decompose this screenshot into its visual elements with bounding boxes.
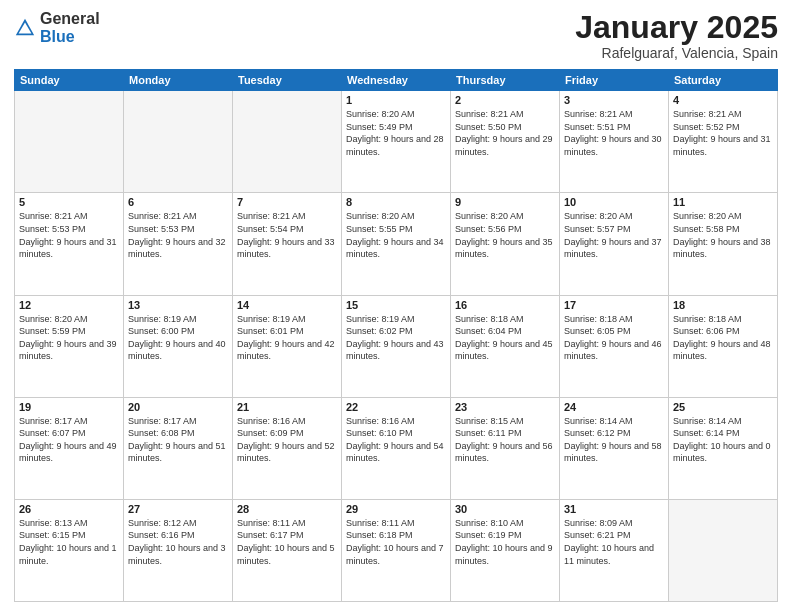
- cell-w2-d0: 5Sunrise: 8:21 AM Sunset: 5:53 PM Daylig…: [15, 193, 124, 295]
- month-title: January 2025: [575, 10, 778, 45]
- cell-w2-d6: 11Sunrise: 8:20 AM Sunset: 5:58 PM Dayli…: [669, 193, 778, 295]
- cell-w1-d0: [15, 91, 124, 193]
- page: General Blue January 2025 Rafelguaraf, V…: [0, 0, 792, 612]
- header-saturday: Saturday: [669, 70, 778, 91]
- cell-w3-d5: 17Sunrise: 8:18 AM Sunset: 6:05 PM Dayli…: [560, 295, 669, 397]
- day-info-4: Sunrise: 8:21 AM Sunset: 5:52 PM Dayligh…: [673, 108, 773, 158]
- header: General Blue January 2025 Rafelguaraf, V…: [14, 10, 778, 61]
- day-number-30: 30: [455, 503, 555, 515]
- day-number-3: 3: [564, 94, 664, 106]
- cell-w4-d6: 25Sunrise: 8:14 AM Sunset: 6:14 PM Dayli…: [669, 397, 778, 499]
- day-info-29: Sunrise: 8:11 AM Sunset: 6:18 PM Dayligh…: [346, 517, 446, 567]
- cell-w4-d0: 19Sunrise: 8:17 AM Sunset: 6:07 PM Dayli…: [15, 397, 124, 499]
- week-row-3: 12Sunrise: 8:20 AM Sunset: 5:59 PM Dayli…: [15, 295, 778, 397]
- logo-general-text: General: [40, 10, 100, 28]
- day-info-31: Sunrise: 8:09 AM Sunset: 6:21 PM Dayligh…: [564, 517, 664, 567]
- day-info-18: Sunrise: 8:18 AM Sunset: 6:06 PM Dayligh…: [673, 313, 773, 363]
- cell-w2-d2: 7Sunrise: 8:21 AM Sunset: 5:54 PM Daylig…: [233, 193, 342, 295]
- logo-icon: [14, 17, 36, 39]
- cell-w2-d3: 8Sunrise: 8:20 AM Sunset: 5:55 PM Daylig…: [342, 193, 451, 295]
- day-info-24: Sunrise: 8:14 AM Sunset: 6:12 PM Dayligh…: [564, 415, 664, 465]
- week-row-4: 19Sunrise: 8:17 AM Sunset: 6:07 PM Dayli…: [15, 397, 778, 499]
- day-info-3: Sunrise: 8:21 AM Sunset: 5:51 PM Dayligh…: [564, 108, 664, 158]
- title-block: January 2025 Rafelguaraf, Valencia, Spai…: [575, 10, 778, 61]
- week-row-5: 26Sunrise: 8:13 AM Sunset: 6:15 PM Dayli…: [15, 499, 778, 601]
- cell-w1-d1: [124, 91, 233, 193]
- day-number-13: 13: [128, 299, 228, 311]
- header-friday: Friday: [560, 70, 669, 91]
- cell-w2-d5: 10Sunrise: 8:20 AM Sunset: 5:57 PM Dayli…: [560, 193, 669, 295]
- day-info-12: Sunrise: 8:20 AM Sunset: 5:59 PM Dayligh…: [19, 313, 119, 363]
- day-number-11: 11: [673, 196, 773, 208]
- cell-w5-d3: 29Sunrise: 8:11 AM Sunset: 6:18 PM Dayli…: [342, 499, 451, 601]
- cell-w1-d4: 2Sunrise: 8:21 AM Sunset: 5:50 PM Daylig…: [451, 91, 560, 193]
- week-row-2: 5Sunrise: 8:21 AM Sunset: 5:53 PM Daylig…: [15, 193, 778, 295]
- header-tuesday: Tuesday: [233, 70, 342, 91]
- cell-w3-d1: 13Sunrise: 8:19 AM Sunset: 6:00 PM Dayli…: [124, 295, 233, 397]
- day-info-27: Sunrise: 8:12 AM Sunset: 6:16 PM Dayligh…: [128, 517, 228, 567]
- cell-w2-d4: 9Sunrise: 8:20 AM Sunset: 5:56 PM Daylig…: [451, 193, 560, 295]
- location-subtitle: Rafelguaraf, Valencia, Spain: [575, 45, 778, 61]
- day-info-25: Sunrise: 8:14 AM Sunset: 6:14 PM Dayligh…: [673, 415, 773, 465]
- day-number-18: 18: [673, 299, 773, 311]
- header-monday: Monday: [124, 70, 233, 91]
- day-info-7: Sunrise: 8:21 AM Sunset: 5:54 PM Dayligh…: [237, 210, 337, 260]
- logo-text: General Blue: [40, 10, 100, 45]
- cell-w2-d1: 6Sunrise: 8:21 AM Sunset: 5:53 PM Daylig…: [124, 193, 233, 295]
- day-info-20: Sunrise: 8:17 AM Sunset: 6:08 PM Dayligh…: [128, 415, 228, 465]
- day-info-11: Sunrise: 8:20 AM Sunset: 5:58 PM Dayligh…: [673, 210, 773, 260]
- day-info-1: Sunrise: 8:20 AM Sunset: 5:49 PM Dayligh…: [346, 108, 446, 158]
- day-info-21: Sunrise: 8:16 AM Sunset: 6:09 PM Dayligh…: [237, 415, 337, 465]
- cell-w4-d2: 21Sunrise: 8:16 AM Sunset: 6:09 PM Dayli…: [233, 397, 342, 499]
- day-number-5: 5: [19, 196, 119, 208]
- cell-w1-d6: 4Sunrise: 8:21 AM Sunset: 5:52 PM Daylig…: [669, 91, 778, 193]
- day-number-12: 12: [19, 299, 119, 311]
- day-number-15: 15: [346, 299, 446, 311]
- cell-w1-d2: [233, 91, 342, 193]
- cell-w5-d1: 27Sunrise: 8:12 AM Sunset: 6:16 PM Dayli…: [124, 499, 233, 601]
- day-number-24: 24: [564, 401, 664, 413]
- cell-w5-d4: 30Sunrise: 8:10 AM Sunset: 6:19 PM Dayli…: [451, 499, 560, 601]
- day-number-2: 2: [455, 94, 555, 106]
- header-sunday: Sunday: [15, 70, 124, 91]
- day-info-13: Sunrise: 8:19 AM Sunset: 6:00 PM Dayligh…: [128, 313, 228, 363]
- day-info-16: Sunrise: 8:18 AM Sunset: 6:04 PM Dayligh…: [455, 313, 555, 363]
- cell-w4-d5: 24Sunrise: 8:14 AM Sunset: 6:12 PM Dayli…: [560, 397, 669, 499]
- day-number-26: 26: [19, 503, 119, 515]
- day-info-17: Sunrise: 8:18 AM Sunset: 6:05 PM Dayligh…: [564, 313, 664, 363]
- day-number-23: 23: [455, 401, 555, 413]
- day-number-10: 10: [564, 196, 664, 208]
- cell-w3-d0: 12Sunrise: 8:20 AM Sunset: 5:59 PM Dayli…: [15, 295, 124, 397]
- day-number-28: 28: [237, 503, 337, 515]
- day-info-2: Sunrise: 8:21 AM Sunset: 5:50 PM Dayligh…: [455, 108, 555, 158]
- logo-blue-text: Blue: [40, 28, 100, 46]
- week-row-1: 1Sunrise: 8:20 AM Sunset: 5:49 PM Daylig…: [15, 91, 778, 193]
- cell-w3-d2: 14Sunrise: 8:19 AM Sunset: 6:01 PM Dayli…: [233, 295, 342, 397]
- cell-w4-d3: 22Sunrise: 8:16 AM Sunset: 6:10 PM Dayli…: [342, 397, 451, 499]
- calendar: Sunday Monday Tuesday Wednesday Thursday…: [14, 69, 778, 602]
- day-number-20: 20: [128, 401, 228, 413]
- day-info-30: Sunrise: 8:10 AM Sunset: 6:19 PM Dayligh…: [455, 517, 555, 567]
- day-number-22: 22: [346, 401, 446, 413]
- cell-w1-d5: 3Sunrise: 8:21 AM Sunset: 5:51 PM Daylig…: [560, 91, 669, 193]
- header-thursday: Thursday: [451, 70, 560, 91]
- day-number-19: 19: [19, 401, 119, 413]
- cell-w5-d6: [669, 499, 778, 601]
- day-number-4: 4: [673, 94, 773, 106]
- day-info-10: Sunrise: 8:20 AM Sunset: 5:57 PM Dayligh…: [564, 210, 664, 260]
- day-info-28: Sunrise: 8:11 AM Sunset: 6:17 PM Dayligh…: [237, 517, 337, 567]
- day-info-6: Sunrise: 8:21 AM Sunset: 5:53 PM Dayligh…: [128, 210, 228, 260]
- cell-w3-d3: 15Sunrise: 8:19 AM Sunset: 6:02 PM Dayli…: [342, 295, 451, 397]
- cell-w3-d4: 16Sunrise: 8:18 AM Sunset: 6:04 PM Dayli…: [451, 295, 560, 397]
- day-info-15: Sunrise: 8:19 AM Sunset: 6:02 PM Dayligh…: [346, 313, 446, 363]
- day-number-7: 7: [237, 196, 337, 208]
- day-number-6: 6: [128, 196, 228, 208]
- cell-w3-d6: 18Sunrise: 8:18 AM Sunset: 6:06 PM Dayli…: [669, 295, 778, 397]
- day-number-17: 17: [564, 299, 664, 311]
- day-number-9: 9: [455, 196, 555, 208]
- cell-w5-d0: 26Sunrise: 8:13 AM Sunset: 6:15 PM Dayli…: [15, 499, 124, 601]
- day-number-31: 31: [564, 503, 664, 515]
- day-info-23: Sunrise: 8:15 AM Sunset: 6:11 PM Dayligh…: [455, 415, 555, 465]
- day-number-25: 25: [673, 401, 773, 413]
- cell-w5-d5: 31Sunrise: 8:09 AM Sunset: 6:21 PM Dayli…: [560, 499, 669, 601]
